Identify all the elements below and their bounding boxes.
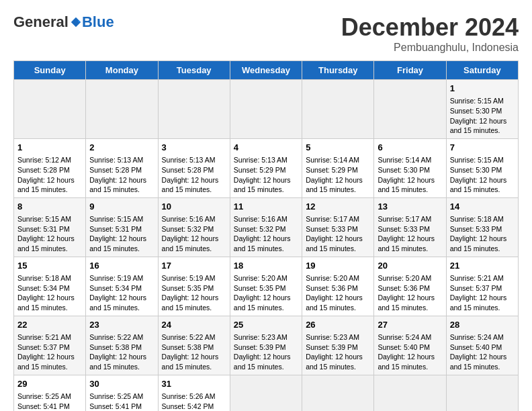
calendar-cell: 16Sunrise: 5:19 AMSunset: 5:34 PMDayligh… [86, 257, 158, 316]
sunset-text: Sunset: 5:32 PM [234, 225, 286, 233]
sunrise-text: Sunrise: 5:15 AM [450, 156, 504, 164]
sunset-text: Sunset: 5:36 PM [378, 284, 430, 292]
calendar-week-row: 1Sunrise: 5:15 AMSunset: 5:30 PMDaylight… [14, 80, 519, 139]
sunrise-text: Sunrise: 5:21 AM [450, 274, 504, 282]
day-number: 16 [89, 260, 154, 272]
sunset-text: Sunset: 5:28 PM [162, 166, 214, 174]
calendar-cell: 1Sunrise: 5:12 AMSunset: 5:28 PMDaylight… [14, 138, 86, 197]
sunrise-text: Sunrise: 5:13 AM [234, 156, 287, 164]
calendar-cell: 22Sunrise: 5:21 AMSunset: 5:37 PMDayligh… [14, 316, 86, 375]
day-number: 9 [89, 201, 154, 213]
sunset-text: Sunset: 5:36 PM [306, 284, 358, 292]
daylight-text: Daylight: 12 hours and 15 minutes. [450, 293, 507, 312]
calendar-cell: 24Sunrise: 5:22 AMSunset: 5:38 PMDayligh… [158, 316, 230, 375]
calendar-cell: 15Sunrise: 5:18 AMSunset: 5:34 PMDayligh… [14, 257, 86, 316]
sunset-text: Sunset: 5:33 PM [378, 225, 430, 233]
day-number: 29 [17, 378, 82, 390]
sunrise-text: Sunrise: 5:19 AM [162, 274, 216, 282]
daylight-text: Daylight: 12 hours and 15 minutes. [378, 234, 435, 253]
sunset-text: Sunset: 5:39 PM [234, 343, 286, 351]
sunset-text: Sunset: 5:33 PM [306, 225, 358, 233]
daylight-text: Daylight: 12 hours and 15 minutes. [450, 234, 507, 253]
sunset-text: Sunset: 5:29 PM [234, 166, 286, 174]
sunrise-text: Sunrise: 5:19 AM [89, 274, 143, 282]
sunset-text: Sunset: 5:37 PM [450, 284, 502, 292]
sunset-text: Sunset: 5:37 PM [17, 343, 70, 351]
calendar-header-saturday: Saturday [446, 61, 518, 80]
daylight-text: Daylight: 12 hours and 15 minutes. [89, 176, 146, 194]
sunrise-text: Sunrise: 5:16 AM [234, 215, 287, 223]
daylight-text: Daylight: 12 hours and 15 minutes. [162, 353, 219, 371]
calendar-week-row: 15Sunrise: 5:18 AMSunset: 5:34 PMDayligh… [14, 257, 519, 316]
sunrise-text: Sunrise: 5:24 AM [378, 333, 431, 341]
sunset-text: Sunset: 5:32 PM [162, 225, 214, 233]
sunrise-text: Sunrise: 5:17 AM [378, 215, 431, 223]
calendar-cell [230, 375, 302, 411]
month-title: December 2024 [341, 13, 519, 42]
logo-general-text: General [13, 13, 69, 31]
daylight-text: Daylight: 12 hours and 15 minutes. [234, 234, 291, 253]
calendar-cell: 31Sunrise: 5:26 AMSunset: 5:42 PMDayligh… [158, 375, 230, 411]
logo-icon [70, 16, 82, 28]
sunrise-text: Sunrise: 5:18 AM [17, 274, 71, 282]
calendar-header-friday: Friday [374, 61, 446, 80]
calendar-cell: 20Sunrise: 5:20 AMSunset: 5:36 PMDayligh… [374, 257, 446, 316]
calendar-cell: 28Sunrise: 5:24 AMSunset: 5:40 PMDayligh… [446, 316, 518, 375]
day-number: 19 [306, 260, 370, 272]
daylight-text: Daylight: 12 hours and 15 minutes. [162, 176, 219, 194]
daylight-text: Daylight: 12 hours and 15 minutes. [234, 293, 291, 312]
day-number: 1 [17, 142, 82, 154]
sunrise-text: Sunrise: 5:16 AM [162, 215, 216, 223]
daylight-text: Daylight: 12 hours and 15 minutes. [89, 293, 146, 312]
sunset-text: Sunset: 5:38 PM [89, 343, 142, 351]
logo: General Blue [13, 13, 114, 31]
sunset-text: Sunset: 5:35 PM [162, 284, 214, 292]
sunrise-text: Sunrise: 5:25 AM [17, 392, 71, 400]
sunset-text: Sunset: 5:29 PM [306, 166, 358, 174]
sunrise-text: Sunrise: 5:14 AM [306, 156, 359, 164]
day-number: 1 [450, 83, 515, 95]
day-number: 21 [450, 260, 515, 272]
day-number: 25 [234, 319, 298, 331]
daylight-text: Daylight: 12 hours and 15 minutes. [450, 117, 507, 135]
sunrise-text: Sunrise: 5:13 AM [162, 156, 216, 164]
day-number: 13 [378, 201, 442, 213]
day-number: 5 [306, 142, 370, 154]
calendar-cell [230, 80, 302, 139]
calendar-cell: 23Sunrise: 5:22 AMSunset: 5:38 PMDayligh… [86, 316, 158, 375]
calendar-header-tuesday: Tuesday [158, 61, 230, 80]
day-number: 10 [162, 201, 226, 213]
calendar-cell: 12Sunrise: 5:17 AMSunset: 5:33 PMDayligh… [302, 197, 374, 257]
sunset-text: Sunset: 5:38 PM [162, 343, 214, 351]
day-number: 3 [162, 142, 226, 154]
sunrise-text: Sunrise: 5:18 AM [450, 215, 504, 223]
calendar-header-row: SundayMondayTuesdayWednesdayThursdayFrid… [14, 61, 519, 80]
day-number: 24 [162, 319, 226, 331]
calendar-week-row: 29Sunrise: 5:25 AMSunset: 5:41 PMDayligh… [14, 375, 519, 411]
day-number: 17 [162, 260, 226, 272]
daylight-text: Daylight: 12 hours and 15 minutes. [89, 234, 146, 253]
sunset-text: Sunset: 5:30 PM [378, 166, 430, 174]
page-header: General Blue December 2024 Pembuanghulu,… [13, 13, 519, 54]
sunrise-text: Sunrise: 5:25 AM [89, 392, 143, 400]
day-number: 27 [378, 319, 442, 331]
calendar-cell: 18Sunrise: 5:20 AMSunset: 5:35 PMDayligh… [230, 257, 302, 316]
calendar-cell: 29Sunrise: 5:25 AMSunset: 5:41 PMDayligh… [14, 375, 86, 411]
sunrise-text: Sunrise: 5:15 AM [17, 215, 71, 223]
sunrise-text: Sunrise: 5:15 AM [89, 215, 143, 223]
sunrise-text: Sunrise: 5:22 AM [89, 333, 143, 341]
calendar-week-row: 22Sunrise: 5:21 AMSunset: 5:37 PMDayligh… [14, 316, 519, 375]
daylight-text: Daylight: 12 hours and 15 minutes. [378, 353, 435, 371]
daylight-text: Daylight: 12 hours and 15 minutes. [450, 176, 507, 194]
calendar-cell: 8Sunrise: 5:15 AMSunset: 5:31 PMDaylight… [14, 197, 86, 257]
sunset-text: Sunset: 5:30 PM [450, 107, 502, 115]
calendar-cell: 11Sunrise: 5:16 AMSunset: 5:32 PMDayligh… [230, 197, 302, 257]
calendar-cell: 2Sunrise: 5:13 AMSunset: 5:28 PMDaylight… [86, 138, 158, 197]
calendar-cell [14, 80, 86, 139]
day-number: 31 [162, 378, 226, 390]
daylight-text: Daylight: 12 hours and 15 minutes. [89, 353, 146, 371]
location-subtitle: Pembuanghulu, Indonesia [341, 42, 519, 54]
daylight-text: Daylight: 12 hours and 15 minutes. [162, 293, 219, 312]
sunset-text: Sunset: 5:42 PM [162, 402, 214, 410]
sunset-text: Sunset: 5:31 PM [89, 225, 142, 233]
